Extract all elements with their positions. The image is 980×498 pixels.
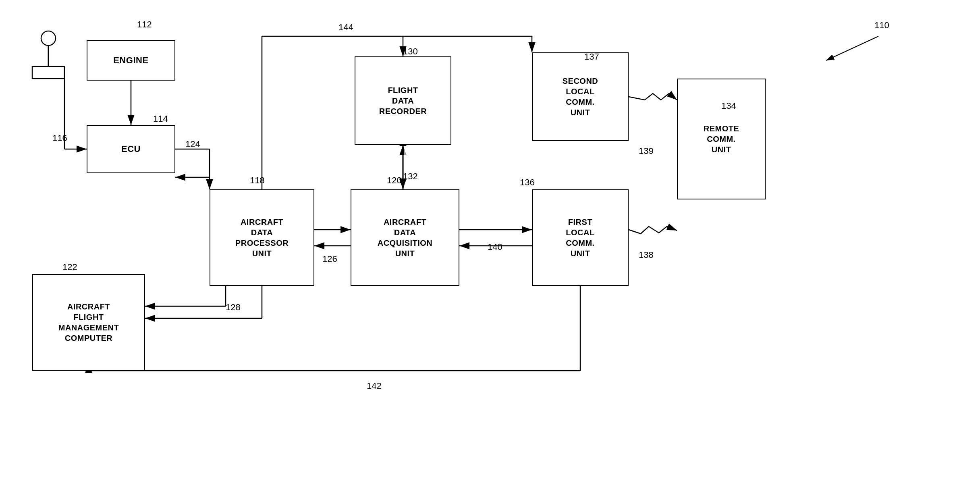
label-112: 112 xyxy=(137,19,152,30)
svg-rect-6 xyxy=(32,66,64,79)
label-130: 130 xyxy=(403,46,418,57)
aircraft-data-processor-block: AIRCRAFTDATAPROCESSORUNIT xyxy=(210,189,314,286)
aircraft-flight-mgmt-block: AIRCRAFTFLIGHTMANAGEMENTCOMPUTER xyxy=(32,274,145,371)
label-139: 139 xyxy=(639,146,654,156)
label-136: 136 xyxy=(520,177,535,188)
label-142: 142 xyxy=(367,381,382,391)
label-122: 122 xyxy=(62,262,77,272)
label-140: 140 xyxy=(488,242,502,252)
label-128: 128 xyxy=(226,302,241,313)
first-local-comm-block: FIRSTLOCALCOMM.UNIT xyxy=(532,189,629,286)
label-132: 132 xyxy=(403,171,418,182)
second-local-comm-block: SECONDLOCALCOMM.UNIT xyxy=(532,52,629,141)
label-138: 138 xyxy=(639,250,654,260)
label-120: 120 xyxy=(387,175,402,186)
label-126: 126 xyxy=(322,254,337,264)
label-110: 110 xyxy=(874,20,889,31)
svg-line-3 xyxy=(826,36,878,60)
label-116: 116 xyxy=(52,133,67,143)
diagram-container: ENGINE ECU AIRCRAFTDATAPROCESSORUNIT FLI… xyxy=(0,0,980,498)
aircraft-data-acquisition-block: AIRCRAFTDATAACQUISITIONUNIT xyxy=(351,189,459,286)
ecu-block: ECU xyxy=(87,125,175,173)
label-144: 144 xyxy=(338,22,353,33)
remote-comm-block: REMOTECOMM.UNIT xyxy=(677,79,766,199)
svg-point-4 xyxy=(41,31,56,46)
engine-block: ENGINE xyxy=(87,40,175,81)
label-118: 118 xyxy=(250,175,265,186)
label-137: 137 xyxy=(584,52,599,62)
label-114: 114 xyxy=(153,114,168,124)
label-134: 134 xyxy=(721,101,736,111)
flight-data-recorder-block: FLIGHTDATARECORDER xyxy=(355,56,451,145)
label-124: 124 xyxy=(185,139,200,149)
